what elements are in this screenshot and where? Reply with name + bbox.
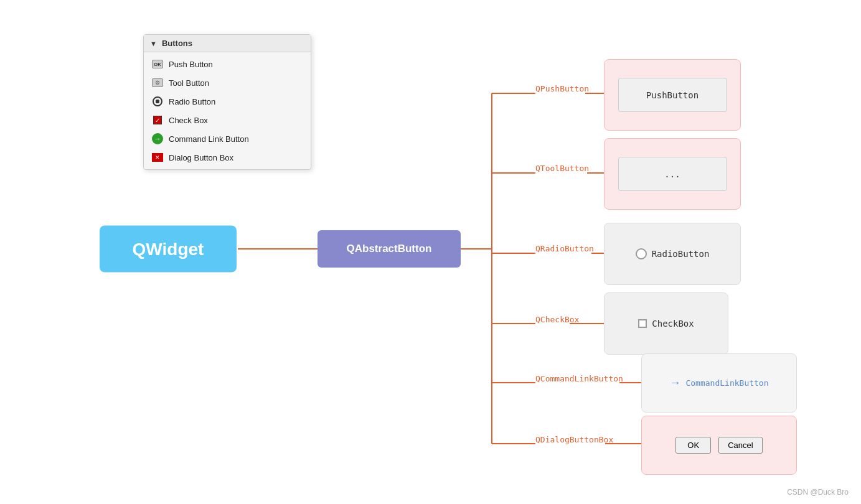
label-qpushbutton: QPushButton (535, 84, 589, 93)
list-item: → Command Link Button (144, 129, 311, 148)
checkbox-widget: CheckBox (638, 319, 694, 329)
check-square (638, 319, 647, 328)
list-item: Radio Button (144, 92, 311, 111)
widget-panel: ▼ Buttons OK Push Button ⚙ Tool Button R… (143, 34, 311, 170)
chevron-icon: ▼ (150, 40, 157, 47)
cancel-button[interactable]: Cancel (718, 437, 762, 454)
list-item: ✕ Dialog Button Box (144, 148, 311, 167)
radiobutton-text: RadioButton (652, 249, 710, 259)
toolbutton-text: ... (664, 169, 680, 179)
pushbutton-text: PushButton (646, 90, 699, 100)
radiobutton-widget: RadioButton (636, 248, 710, 259)
panel-items: OK Push Button ⚙ Tool Button Radio Butto… (144, 52, 311, 169)
dialogbuttonbox-icon: ✕ (151, 151, 164, 164)
item-label-pushbutton: Push Button (169, 60, 213, 69)
commandlink-widget[interactable]: → CommandLinkButton (669, 376, 768, 390)
commandlink-text: CommandLinkButton (685, 378, 768, 388)
ok-button[interactable]: OK (675, 437, 711, 454)
toolbutton-icon: ⚙ (151, 77, 164, 89)
pushbutton-icon: OK (151, 58, 164, 70)
commandlink-arrow: → (669, 376, 680, 390)
checkbox-icon: ✓ (151, 114, 164, 126)
qwidget-label: QWidget (133, 239, 204, 259)
list-item: ⚙ Tool Button (144, 73, 311, 92)
label-qdialogbuttonbox: QDialogButtonBox (535, 435, 613, 444)
radiobutton-box: RadioButton (604, 223, 741, 285)
radio-circle (636, 248, 647, 259)
toolbutton-box: ... (604, 138, 741, 210)
item-label-checkbox: Check Box (169, 116, 208, 125)
checkbox-box: CheckBox (604, 292, 728, 355)
item-label-radiobutton: Radio Button (169, 97, 215, 106)
dialogbuttonbox-widget: OK Cancel (675, 437, 762, 454)
item-label-commandlink: Command Link Button (169, 134, 249, 144)
radiobutton-icon (151, 95, 164, 108)
panel-header: ▼ Buttons (144, 35, 311, 52)
toolbutton-widget[interactable]: ... (618, 157, 727, 191)
pushbutton-widget[interactable]: PushButton (618, 78, 727, 112)
dialogbuttonbox-box: OK Cancel (641, 416, 797, 475)
list-item: ✓ Check Box (144, 111, 311, 129)
commandlinkbutton-box: → CommandLinkButton (641, 353, 797, 413)
qabstractbutton-label: QAbstractButton (347, 243, 432, 255)
item-label-dialogbuttonbox: Dialog Button Box (169, 153, 233, 162)
watermark: CSDN @Duck Bro (787, 488, 849, 497)
pushbutton-box: PushButton (604, 59, 741, 131)
list-item: OK Push Button (144, 55, 311, 73)
qabstractbutton-node: QAbstractButton (318, 230, 461, 268)
checkbox-text: CheckBox (652, 319, 694, 329)
label-qcheckbox: QCheckBox (535, 315, 579, 324)
label-qcommandlinkbutton: QCommandLinkButton (535, 374, 623, 383)
label-qradiobutton: QRadioButton (535, 244, 594, 253)
panel-title: Buttons (162, 39, 192, 48)
label-qtoolbutton: QToolButton (535, 164, 589, 173)
commandlink-icon: → (151, 133, 164, 145)
qwidget-node: QWidget (100, 226, 237, 273)
item-label-toolbutton: Tool Button (169, 78, 209, 88)
